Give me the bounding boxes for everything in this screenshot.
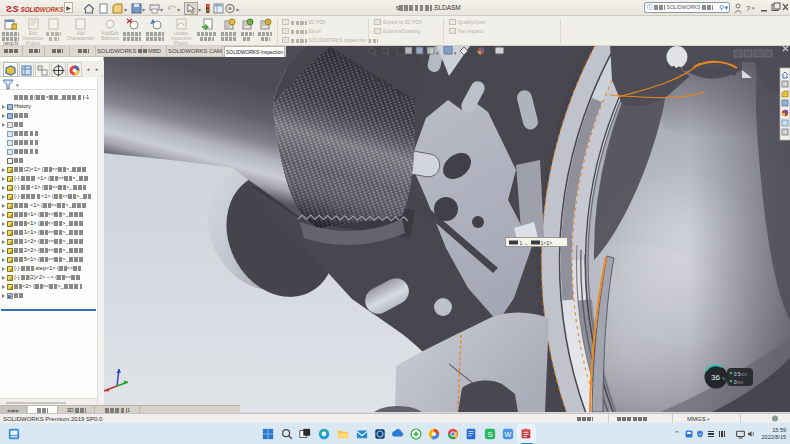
svg-text:▾: ▾ [236,7,239,13]
svg-text:?: ? [746,4,751,13]
svg-text:▾: ▾ [142,7,145,13]
svg-text:%: % [722,376,726,381]
svg-text:S: S [487,430,492,439]
svg-text:1<1>: 1<1> [541,240,552,246]
svg-text:1 ←: 1 ← [520,240,529,246]
svg-text:▾: ▾ [177,7,180,13]
svg-text:0KB/S: 0KB/S [734,380,743,385]
svg-text:36: 36 [711,373,720,382]
svg-text:▾: ▾ [160,7,163,13]
svg-text:▾: ▾ [198,7,201,13]
svg-text:0.5KB/S: 0.5KB/S [734,372,747,377]
svg-text:▾: ▾ [124,7,127,13]
svg-text:▾: ▾ [752,5,755,11]
svg-text:W: W [505,430,512,439]
